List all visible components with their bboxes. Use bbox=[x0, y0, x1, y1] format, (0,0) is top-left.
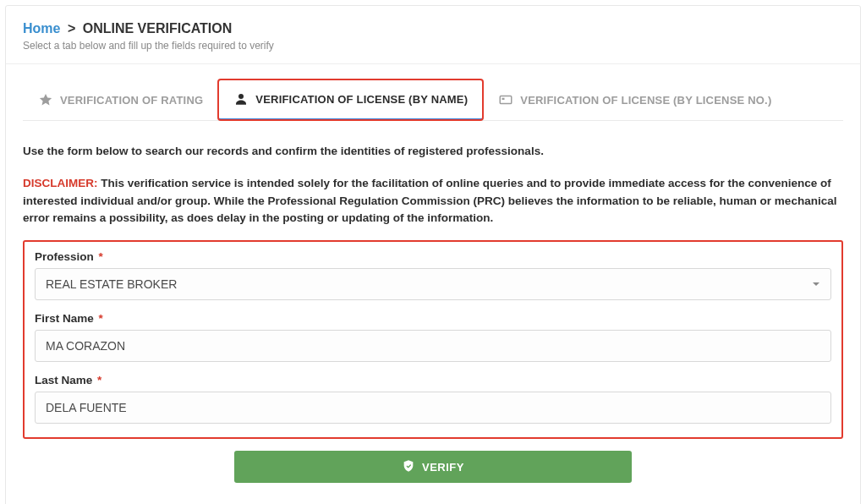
svg-rect-2 bbox=[502, 98, 505, 100]
first-name-input-wrap bbox=[35, 330, 831, 362]
search-form: Profession * REAL ESTATE BROKER First Na… bbox=[23, 240, 843, 439]
field-last-name: Last Name * bbox=[35, 374, 831, 424]
shield-check-icon bbox=[402, 459, 415, 475]
profession-value: REAL ESTATE BROKER bbox=[46, 277, 177, 291]
last-name-label: Last Name * bbox=[35, 374, 831, 386]
disclaimer-label: DISCLAIMER: bbox=[23, 177, 98, 189]
tab-verification-rating[interactable]: VERIFICATION OF RATING bbox=[23, 79, 218, 120]
card-icon bbox=[498, 92, 513, 107]
tab-verification-by-name[interactable]: VERIFICATION OF LICENSE (BY NAME) bbox=[218, 79, 483, 120]
first-name-label: First Name * bbox=[35, 312, 831, 325]
first-name-input[interactable] bbox=[46, 331, 820, 361]
instructions-text: Use the form below to search our records… bbox=[23, 143, 843, 160]
page-subheading: Select a tab below and fill up the field… bbox=[23, 40, 843, 52]
verify-row: VERIFY bbox=[23, 451, 843, 483]
verify-button-label: VERIFY bbox=[422, 461, 464, 474]
last-name-input-wrap bbox=[35, 392, 831, 424]
tab-label: VERIFICATION OF LICENSE (BY LICENSE NO.) bbox=[520, 94, 771, 107]
required-mark: * bbox=[97, 374, 101, 386]
page-header: Home > ONLINE VERIFICATION Select a tab … bbox=[6, 6, 860, 64]
star-icon bbox=[38, 92, 53, 107]
tab-label: VERIFICATION OF RATING bbox=[60, 94, 203, 107]
svg-point-0 bbox=[238, 94, 244, 99]
chevron-down-icon bbox=[812, 277, 820, 291]
tab-label: VERIFICATION OF LICENSE (BY NAME) bbox=[255, 93, 468, 106]
tabs-row: VERIFICATION OF RATING VERIFICATION OF L… bbox=[23, 79, 843, 121]
page-container: Home > ONLINE VERIFICATION Select a tab … bbox=[5, 5, 861, 504]
field-first-name: First Name * bbox=[35, 312, 831, 362]
breadcrumb-home-link[interactable]: Home bbox=[23, 21, 60, 36]
last-name-input[interactable] bbox=[46, 392, 820, 423]
svg-rect-1 bbox=[501, 96, 512, 104]
breadcrumb: Home > ONLINE VERIFICATION bbox=[23, 21, 843, 36]
disclaimer-text: This verification service is intended so… bbox=[23, 177, 836, 224]
content-area: VERIFICATION OF RATING VERIFICATION OF L… bbox=[6, 79, 860, 483]
required-mark: * bbox=[99, 250, 103, 263]
verify-button[interactable]: VERIFY bbox=[234, 451, 632, 483]
profession-label: Profession * bbox=[35, 250, 831, 263]
label-text: First Name bbox=[35, 312, 94, 325]
breadcrumb-title: ONLINE VERIFICATION bbox=[83, 21, 233, 36]
label-text: Profession bbox=[35, 250, 94, 263]
breadcrumb-separator: > bbox=[68, 21, 75, 36]
disclaimer-block: DISCLAIMER: This verification service is… bbox=[23, 175, 843, 227]
profession-select[interactable]: REAL ESTATE BROKER bbox=[35, 268, 831, 300]
field-profession: Profession * REAL ESTATE BROKER bbox=[35, 250, 831, 300]
required-mark: * bbox=[99, 312, 103, 325]
tab-verification-by-license-no[interactable]: VERIFICATION OF LICENSE (BY LICENSE NO.) bbox=[483, 79, 787, 120]
person-icon bbox=[233, 91, 249, 107]
label-text: Last Name bbox=[35, 374, 92, 386]
